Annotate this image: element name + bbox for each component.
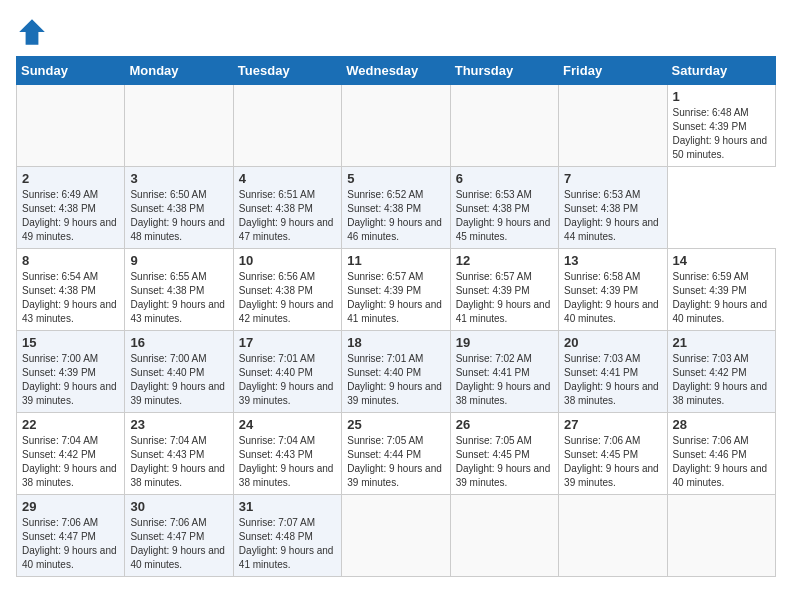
empty-cell bbox=[450, 495, 558, 577]
day-header-sunday: Sunday bbox=[17, 57, 125, 85]
day-header-wednesday: Wednesday bbox=[342, 57, 450, 85]
empty-cell bbox=[125, 85, 233, 167]
page-header bbox=[16, 16, 776, 48]
day-cell-31: 31Sunrise: 7:07 AMSunset: 4:48 PMDayligh… bbox=[233, 495, 341, 577]
svg-marker-0 bbox=[19, 19, 45, 45]
empty-cell bbox=[342, 85, 450, 167]
day-cell-22: 22Sunrise: 7:04 AMSunset: 4:42 PMDayligh… bbox=[17, 413, 125, 495]
day-header-monday: Monday bbox=[125, 57, 233, 85]
day-cell-27: 27Sunrise: 7:06 AMSunset: 4:45 PMDayligh… bbox=[559, 413, 667, 495]
calendar-table: SundayMondayTuesdayWednesdayThursdayFrid… bbox=[16, 56, 776, 577]
day-cell-3: 3Sunrise: 6:50 AMSunset: 4:38 PMDaylight… bbox=[125, 167, 233, 249]
week-row-4: 15Sunrise: 7:00 AMSunset: 4:39 PMDayligh… bbox=[17, 331, 776, 413]
day-cell-20: 20Sunrise: 7:03 AMSunset: 4:41 PMDayligh… bbox=[559, 331, 667, 413]
day-cell-1: 1Sunrise: 6:48 AMSunset: 4:39 PMDaylight… bbox=[667, 85, 775, 167]
week-row-2: 2Sunrise: 6:49 AMSunset: 4:38 PMDaylight… bbox=[17, 167, 776, 249]
empty-cell bbox=[667, 495, 775, 577]
day-cell-9: 9Sunrise: 6:55 AMSunset: 4:38 PMDaylight… bbox=[125, 249, 233, 331]
day-cell-18: 18Sunrise: 7:01 AMSunset: 4:40 PMDayligh… bbox=[342, 331, 450, 413]
day-cell-2: 2Sunrise: 6:49 AMSunset: 4:38 PMDaylight… bbox=[17, 167, 125, 249]
day-header-row: SundayMondayTuesdayWednesdayThursdayFrid… bbox=[17, 57, 776, 85]
empty-cell bbox=[342, 495, 450, 577]
day-cell-8: 8Sunrise: 6:54 AMSunset: 4:38 PMDaylight… bbox=[17, 249, 125, 331]
week-row-3: 8Sunrise: 6:54 AMSunset: 4:38 PMDaylight… bbox=[17, 249, 776, 331]
day-cell-28: 28Sunrise: 7:06 AMSunset: 4:46 PMDayligh… bbox=[667, 413, 775, 495]
day-cell-12: 12Sunrise: 6:57 AMSunset: 4:39 PMDayligh… bbox=[450, 249, 558, 331]
empty-cell bbox=[450, 85, 558, 167]
day-cell-10: 10Sunrise: 6:56 AMSunset: 4:38 PMDayligh… bbox=[233, 249, 341, 331]
day-header-saturday: Saturday bbox=[667, 57, 775, 85]
day-cell-15: 15Sunrise: 7:00 AMSunset: 4:39 PMDayligh… bbox=[17, 331, 125, 413]
day-header-thursday: Thursday bbox=[450, 57, 558, 85]
empty-cell bbox=[559, 85, 667, 167]
day-cell-13: 13Sunrise: 6:58 AMSunset: 4:39 PMDayligh… bbox=[559, 249, 667, 331]
day-cell-7: 7Sunrise: 6:53 AMSunset: 4:38 PMDaylight… bbox=[559, 167, 667, 249]
day-cell-25: 25Sunrise: 7:05 AMSunset: 4:44 PMDayligh… bbox=[342, 413, 450, 495]
empty-cell bbox=[233, 85, 341, 167]
day-cell-11: 11Sunrise: 6:57 AMSunset: 4:39 PMDayligh… bbox=[342, 249, 450, 331]
week-row-5: 22Sunrise: 7:04 AMSunset: 4:42 PMDayligh… bbox=[17, 413, 776, 495]
day-cell-23: 23Sunrise: 7:04 AMSunset: 4:43 PMDayligh… bbox=[125, 413, 233, 495]
day-header-friday: Friday bbox=[559, 57, 667, 85]
day-cell-26: 26Sunrise: 7:05 AMSunset: 4:45 PMDayligh… bbox=[450, 413, 558, 495]
logo-icon bbox=[16, 16, 48, 48]
day-cell-6: 6Sunrise: 6:53 AMSunset: 4:38 PMDaylight… bbox=[450, 167, 558, 249]
day-cell-30: 30Sunrise: 7:06 AMSunset: 4:47 PMDayligh… bbox=[125, 495, 233, 577]
day-cell-5: 5Sunrise: 6:52 AMSunset: 4:38 PMDaylight… bbox=[342, 167, 450, 249]
empty-cell bbox=[559, 495, 667, 577]
day-cell-17: 17Sunrise: 7:01 AMSunset: 4:40 PMDayligh… bbox=[233, 331, 341, 413]
day-header-tuesday: Tuesday bbox=[233, 57, 341, 85]
logo bbox=[16, 16, 52, 48]
day-cell-29: 29Sunrise: 7:06 AMSunset: 4:47 PMDayligh… bbox=[17, 495, 125, 577]
week-row-1: 1Sunrise: 6:48 AMSunset: 4:39 PMDaylight… bbox=[17, 85, 776, 167]
day-cell-19: 19Sunrise: 7:02 AMSunset: 4:41 PMDayligh… bbox=[450, 331, 558, 413]
week-row-6: 29Sunrise: 7:06 AMSunset: 4:47 PMDayligh… bbox=[17, 495, 776, 577]
empty-cell bbox=[17, 85, 125, 167]
day-cell-24: 24Sunrise: 7:04 AMSunset: 4:43 PMDayligh… bbox=[233, 413, 341, 495]
day-cell-4: 4Sunrise: 6:51 AMSunset: 4:38 PMDaylight… bbox=[233, 167, 341, 249]
day-cell-16: 16Sunrise: 7:00 AMSunset: 4:40 PMDayligh… bbox=[125, 331, 233, 413]
day-cell-21: 21Sunrise: 7:03 AMSunset: 4:42 PMDayligh… bbox=[667, 331, 775, 413]
day-cell-14: 14Sunrise: 6:59 AMSunset: 4:39 PMDayligh… bbox=[667, 249, 775, 331]
